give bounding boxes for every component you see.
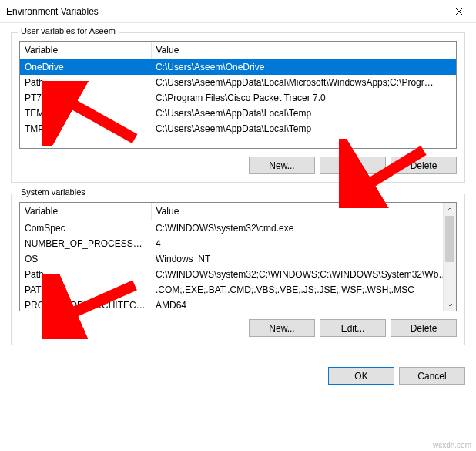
variable-cell: PROCESSOR_ARCHITECTURE	[20, 298, 151, 311]
value-cell: C:\Users\Aseem\AppData\Local\Temp	[151, 121, 456, 136]
table-row[interactable]: OSWindows_NT	[20, 251, 456, 267]
system-delete-button[interactable]: Delete	[391, 319, 457, 337]
variable-cell: PATHEXT	[20, 282, 151, 298]
value-cell: AMD64	[151, 298, 456, 311]
system-button-row: New... Edit... Delete	[19, 319, 457, 337]
value-cell: C:\Users\Aseem\OneDrive	[151, 59, 456, 76]
user-edit-button[interactable]: Edit...	[320, 157, 386, 174]
user-variables-table[interactable]: Variable Value OneDriveC:\Users\Aseem\On…	[20, 42, 456, 136]
system-variables-group: System variables Variable Value ComSpecC…	[11, 194, 465, 345]
system-edit-button[interactable]: Edit...	[320, 319, 386, 337]
value-cell: Windows_NT	[151, 251, 456, 267]
system-group-legend: System variables	[18, 187, 89, 197]
user-col-variable[interactable]: Variable	[20, 42, 151, 59]
value-cell: C:\Users\Aseem\AppData\Local\Temp	[151, 106, 456, 121]
variable-cell: TEMP	[20, 106, 151, 121]
user-col-value[interactable]: Value	[151, 42, 456, 59]
variable-cell: Path	[20, 267, 151, 282]
value-cell: C:\Program Files\Cisco Packet Tracer 7.0	[151, 90, 456, 106]
system-variables-table[interactable]: Variable Value ComSpecC:\WINDOWS\system3…	[20, 203, 456, 311]
user-group-legend: User variables for Aseem	[18, 26, 119, 35]
cancel-button[interactable]: Cancel	[399, 367, 465, 385]
variable-cell: ComSpec	[20, 220, 151, 237]
user-variables-group: User variables for Aseem Variable Value …	[11, 32, 465, 183]
dialog-content: User variables for Aseem Variable Value …	[0, 23, 476, 367]
scrollbar-down-arrow-icon[interactable]	[444, 298, 456, 311]
table-row[interactable]: TEMPC:\Users\Aseem\AppData\Local\Temp	[20, 106, 456, 121]
system-variables-table-wrap: Variable Value ComSpecC:\WINDOWS\system3…	[19, 202, 457, 311]
variable-cell: OneDrive	[20, 59, 151, 76]
user-new-button[interactable]: New...	[249, 157, 315, 174]
close-button[interactable]	[441, 0, 476, 23]
watermark: wsxdn.com	[433, 441, 471, 449]
user-button-row: New... Edit... Delete	[19, 157, 457, 174]
system-col-variable[interactable]: Variable	[20, 203, 151, 220]
value-cell: C:\WINDOWS\system32;C:\WINDOWS;C:\WINDOW…	[151, 267, 456, 282]
titlebar: Environment Variables	[0, 0, 476, 23]
table-row[interactable]: PathC:\WINDOWS\system32;C:\WINDOWS;C:\WI…	[20, 267, 456, 282]
variable-cell: PT7HOME	[20, 90, 151, 106]
table-row[interactable]: PROCESSOR_ARCHITECTUREAMD64	[20, 298, 456, 311]
table-row[interactable]: ComSpecC:\WINDOWS\system32\cmd.exe	[20, 220, 456, 237]
table-row[interactable]: OneDriveC:\Users\Aseem\OneDrive	[20, 59, 456, 76]
window-title: Environment Variables	[6, 6, 99, 17]
variable-cell: Path	[20, 75, 151, 90]
dialog-bottom-row: OK Cancel	[0, 367, 476, 395]
system-col-value[interactable]: Value	[151, 203, 456, 220]
table-row[interactable]: TMPC:\Users\Aseem\AppData\Local\Temp	[20, 121, 456, 136]
table-row[interactable]: NUMBER_OF_PROCESSORS4	[20, 236, 456, 251]
user-variables-table-wrap: Variable Value OneDriveC:\Users\Aseem\On…	[19, 41, 457, 149]
close-icon	[455, 8, 463, 15]
variable-cell: TMP	[20, 121, 151, 136]
value-cell: 4	[151, 236, 456, 251]
variable-cell: NUMBER_OF_PROCESSORS	[20, 236, 151, 251]
ok-button[interactable]: OK	[328, 367, 394, 385]
table-row[interactable]: PT7HOMEC:\Program Files\Cisco Packet Tra…	[20, 90, 456, 106]
scrollbar-up-arrow-icon[interactable]	[444, 203, 456, 216]
variable-cell: OS	[20, 251, 151, 267]
value-cell: C:\Users\Aseem\AppData\Local\Microsoft\W…	[151, 75, 456, 90]
user-delete-button[interactable]: Delete	[391, 157, 457, 174]
scrollbar-thumb[interactable]	[445, 216, 454, 262]
table-row[interactable]: PATHEXT.COM;.EXE;.BAT;.CMD;.VBS;.VBE;.JS…	[20, 282, 456, 298]
table-row[interactable]: PathC:\Users\Aseem\AppData\Local\Microso…	[20, 75, 456, 90]
system-scrollbar[interactable]	[443, 203, 456, 311]
value-cell: .COM;.EXE;.BAT;.CMD;.VBS;.VBE;.JS;.JSE;.…	[151, 282, 456, 298]
value-cell: C:\WINDOWS\system32\cmd.exe	[151, 220, 456, 237]
system-new-button[interactable]: New...	[249, 319, 315, 337]
